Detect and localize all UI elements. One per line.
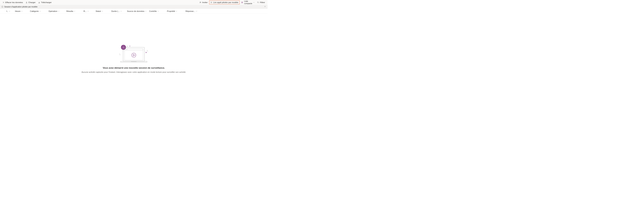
chevron-down-icon <box>176 11 177 12</box>
col-duree[interactable]: Durée (... <box>111 10 126 12</box>
load-label: Charger <box>28 1 36 4</box>
col-source-label: Source de données <box>127 10 144 12</box>
toolbar-right: Inviter Lire appli pilotée par modèle Li… <box>198 0 266 5</box>
download-icon <box>38 2 40 4</box>
person-icon <box>200 1 202 4</box>
info-bar-close-button[interactable] <box>264 5 266 8</box>
close-icon <box>2 2 4 4</box>
view-mode-line1: Liste <box>244 0 252 3</box>
col-operation-label: Opération <box>48 10 57 12</box>
col-source[interactable]: Source de données <box>127 10 148 12</box>
info-bar: Session d'application pilotée par modèle <box>0 5 268 9</box>
chevron-down-icon <box>145 11 146 12</box>
clear-data-label: Effacer les données <box>5 1 23 4</box>
chevron-down-icon <box>253 2 254 3</box>
upload-icon <box>26 2 28 4</box>
chevron-down-icon <box>102 11 103 12</box>
chevron-down-icon <box>120 11 122 12</box>
filter-label: Filtrer <box>260 1 265 4</box>
view-mode-line2: compacte <box>244 3 252 5</box>
load-button[interactable]: Charger <box>24 1 37 4</box>
chevron-down-icon <box>9 11 10 12</box>
filter-button[interactable]: Filtrer <box>256 1 266 4</box>
search-icon <box>257 2 259 4</box>
col-categorie-label: Catégorie <box>30 10 39 12</box>
svg-rect-4 <box>120 61 147 62</box>
col-r[interactable]: R... <box>84 10 95 12</box>
info-bar-left: Session d'application pilotée par modèle <box>1 6 38 8</box>
play-label: Lire appli pilotée par modèle <box>213 1 238 4</box>
toolbar: Effacer les données Charger Télécharger … <box>0 0 268 5</box>
info-icon <box>1 6 3 8</box>
svg-point-10 <box>126 49 126 50</box>
col-resulta-label: Résulta <box>66 10 73 12</box>
chevron-down-icon <box>39 11 41 12</box>
column-headers: I.. Heure Catégorie Opération Résulta R.… <box>0 9 268 14</box>
col-duree-label: Durée (... <box>111 10 120 12</box>
svg-point-0 <box>200 2 200 3</box>
col-statut-label: Statut <box>96 10 101 12</box>
col-reponse[interactable]: Réponse... <box>186 10 203 12</box>
col-operation[interactable]: Opération <box>48 10 66 12</box>
chevron-down-icon <box>21 11 22 12</box>
chevron-down-icon <box>158 11 159 12</box>
toolbar-left: Effacer les données Charger Télécharger <box>1 1 53 4</box>
view-mode-dropdown[interactable]: Liste compacte <box>240 0 256 5</box>
svg-point-1 <box>258 2 258 3</box>
chevron-down-icon <box>58 11 60 12</box>
empty-state: Vous avez démarré une nouvelle session d… <box>0 14 268 73</box>
download-label: Télécharger <box>41 1 52 4</box>
col-heure-label: Heure <box>15 10 20 12</box>
col-id[interactable]: I.. <box>6 10 14 12</box>
empty-title: Vous avez démarré une nouvelle session d… <box>103 67 165 69</box>
play-icon <box>210 2 212 4</box>
svg-point-9 <box>125 49 126 50</box>
chevron-down-icon <box>87 11 88 12</box>
clear-data-button[interactable]: Effacer les données <box>1 1 24 4</box>
col-r-label: R... <box>84 10 86 12</box>
invite-button[interactable]: Inviter <box>198 1 209 4</box>
svg-point-12 <box>132 53 136 57</box>
svg-point-11 <box>127 49 127 50</box>
col-id-label: I.. <box>6 10 8 12</box>
col-reponse-label: Réponse... <box>186 10 195 12</box>
col-heure[interactable]: Heure <box>15 10 29 12</box>
info-bar-text: Session d'application pilotée par modèle <box>4 6 38 8</box>
col-statut[interactable]: Statut <box>96 10 110 12</box>
close-icon <box>264 6 266 8</box>
list-icon <box>241 1 243 4</box>
play-model-app-button[interactable]: Lire appli pilotée par modèle <box>209 1 240 4</box>
download-button[interactable]: Télécharger <box>37 1 53 4</box>
col-controle-label: Contrôle <box>149 10 156 12</box>
col-categorie[interactable]: Catégorie <box>30 10 48 12</box>
col-propriete[interactable]: Propriété <box>167 10 185 12</box>
col-controle[interactable]: Contrôle <box>149 10 166 12</box>
col-resulta[interactable]: Résulta <box>66 10 83 12</box>
chevron-down-icon <box>74 11 75 12</box>
chevron-down-icon <box>196 11 197 12</box>
empty-illustration <box>116 44 151 64</box>
invite-label: Inviter <box>202 1 208 4</box>
view-mode-label: Liste compacte <box>244 0 252 5</box>
empty-subtitle: Aucune activité capturée pour l'instant.… <box>82 71 186 73</box>
col-propriete-label: Propriété <box>167 10 175 12</box>
